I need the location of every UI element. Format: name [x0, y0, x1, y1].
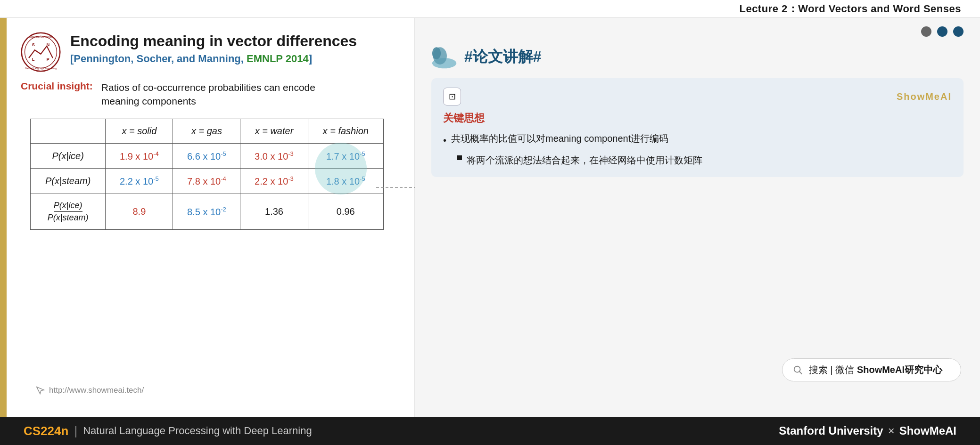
bottom-right: Stanford University × ShowMeAI [779, 424, 956, 437]
card-icon: ⊡ [443, 88, 461, 105]
row-header-ratio: P(x|ice) P(x|steam) [31, 194, 106, 230]
svg-text:L: L [32, 57, 35, 62]
annotation-panel: #论文讲解# ⊡ ShowMeAI 关键思想 • 共现概率的比值可以对meani… [415, 18, 980, 417]
slide-main-title: Encoding meaning in vector differences [70, 32, 397, 50]
card-sub-bullet: 将两个流派的想法结合起来，在神经网络中使用计数矩阵 [457, 153, 952, 168]
slide-header: S N L P Natural Language Processing Stan… [21, 32, 397, 72]
nav-dot-1[interactable] [921, 26, 931, 37]
slide-url: http://www.showmeai.tech/ [35, 385, 144, 396]
svg-text:Stanford University: Stanford University [29, 35, 52, 38]
showmeai-label-bottom: ShowMeAI [899, 424, 956, 437]
table-row-ratio: P(x|ice) P(x|steam) 8.9 8.5 x 10-2 1.36 … [31, 194, 384, 230]
ratio-denominator: P(x|steam) [48, 212, 89, 223]
nav-dot-3[interactable] [953, 26, 964, 37]
cell-ratio-gas: 8.5 x 10-2 [173, 194, 240, 230]
hashtag-section: #论文讲解# [431, 44, 964, 70]
ratio-fraction: P(x|ice) P(x|steam) [48, 201, 89, 223]
stanford-logo: S N L P Natural Language Processing Stan… [21, 32, 61, 72]
search-bar[interactable]: 搜索 | 微信 ShowMeAI研究中心 [782, 358, 961, 381]
crucial-text: Ratios of co-occurrence probabilities ca… [101, 81, 315, 108]
search-bar-text: 搜索 | 微信 ShowMeAI研究中心 [809, 364, 942, 376]
cell-ice-water: 3.0 x 10-3 [240, 143, 308, 169]
url-text: http://www.showmeai.tech/ [49, 386, 144, 395]
row-header-steam: P(x|steam) [31, 169, 106, 194]
cell-ratio-water: 1.36 [240, 194, 308, 230]
card-section-title: 关键思想 [443, 111, 952, 125]
course-name: Natural Language Processing with Deep Le… [83, 425, 312, 437]
cell-steam-water: 2.2 x 10-3 [240, 169, 308, 194]
table-col-fashion: x = fashion [308, 119, 383, 143]
main-content: S N L P Natural Language Processing Stan… [0, 18, 980, 417]
card-sub-bullet-text: 将两个流派的想法结合起来，在神经网络中使用计数矩阵 [467, 153, 702, 168]
table-col-gas: x = gas [173, 119, 240, 143]
svg-text:P: P [46, 57, 49, 62]
svg-point-1 [25, 36, 57, 68]
svg-point-12 [432, 47, 441, 59]
lecture-title-bar: Lecture 2：Word Vectors and Word Senses [0, 0, 980, 18]
subtitle-part1: [Pennington, Socher, and Manning, [70, 53, 247, 65]
search-icon [793, 365, 803, 375]
slide-panel: S N L P Natural Language Processing Stan… [0, 18, 415, 417]
cell-ice-solid: 1.9 x 10-4 [106, 143, 173, 169]
svg-line-14 [799, 371, 802, 374]
card-bullet-main: • 共现概率的比值可以对meaning component进行编码 [443, 131, 952, 148]
svg-point-0 [22, 33, 60, 72]
bullet-dot: • [443, 133, 446, 148]
stanford-label: Stanford University [779, 424, 883, 437]
cell-steam-solid: 2.2 x 10-5 [106, 169, 173, 194]
table-col-solid: x = solid [106, 119, 173, 143]
svg-text:Natural Language Processing: Natural Language Processing [25, 67, 57, 70]
nav-dot-2[interactable] [937, 26, 947, 37]
card-bullet-text: 共现概率的比值可以对meaning component进行编码 [451, 131, 668, 146]
slide-subtitle: [Pennington, Socher, and Manning, EMNLP … [70, 53, 397, 65]
crucial-label: Crucial insight: [21, 81, 93, 92]
slide-inner: S N L P Natural Language Processing Stan… [21, 32, 397, 403]
course-code: CS224n [24, 424, 68, 438]
svg-text:S: S [32, 42, 35, 47]
subtitle-part2: ] [309, 53, 312, 65]
card-top-row: ⊡ ShowMeAI [443, 88, 952, 105]
lecture-title: Lecture 2：Word Vectors and Word Senses [739, 2, 961, 16]
showmeai-brand: ShowMeAI [897, 91, 952, 102]
hashtag-text: #论文讲解# [464, 47, 542, 67]
row-header-ice: P(x|ice) [31, 143, 106, 169]
crucial-section: Crucial insight: Ratios of co-occurrence… [21, 81, 397, 108]
annotation-card: ⊡ ShowMeAI 关键思想 • 共现概率的比值可以对meaning comp… [431, 78, 964, 177]
svg-point-13 [794, 366, 800, 372]
ratio-numerator: P(x|ice) [54, 201, 82, 212]
teal-circle-decoration [315, 143, 367, 194]
wave-icon [431, 44, 457, 70]
subtitle-emnlp: EMNLP 2014 [247, 53, 309, 65]
cursor-icon [35, 385, 45, 396]
bottom-left: CS224n | Natural Language Processing wit… [24, 424, 312, 438]
cell-ice-gas: 6.6 x 10-5 [173, 143, 240, 169]
nav-dots [921, 26, 964, 37]
bottom-separator: | [74, 424, 77, 438]
cell-ratio-solid: 8.9 [106, 194, 173, 230]
bottom-bar: CS224n | Natural Language Processing wit… [0, 417, 980, 445]
cell-ratio-fashion: 0.96 [308, 194, 383, 230]
table-empty-header [31, 119, 106, 143]
bottom-x: × [888, 424, 895, 437]
card-icon-symbol: ⊡ [449, 91, 456, 102]
search-bar-container: 搜索 | 微信 ShowMeAI研究中心 [782, 358, 961, 381]
table-col-water: x = water [240, 119, 308, 143]
sub-bullet-square [457, 155, 462, 160]
cell-steam-gas: 7.8 x 10-4 [173, 169, 240, 194]
slide-title-block: Encoding meaning in vector differences [… [70, 32, 397, 65]
